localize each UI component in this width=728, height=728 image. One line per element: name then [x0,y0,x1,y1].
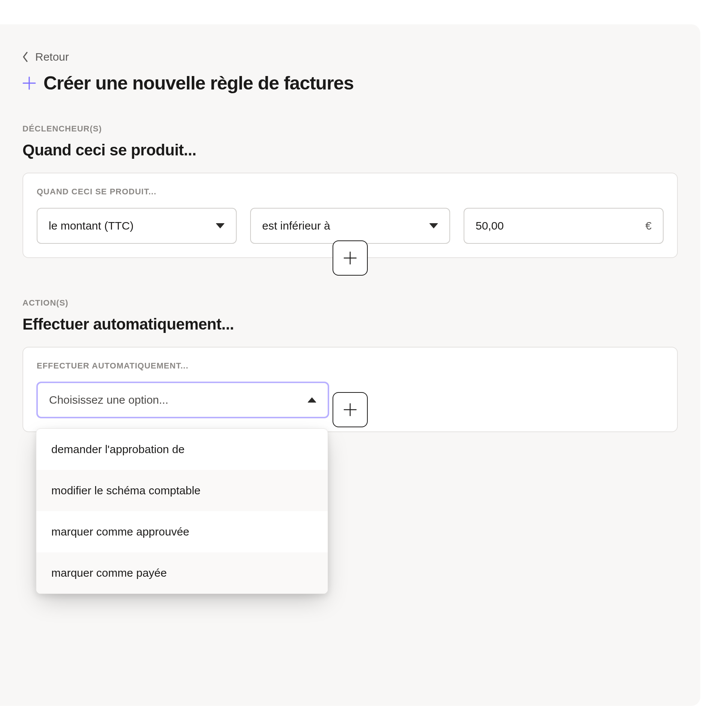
back-link[interactable]: Retour [23,50,69,63]
triggers-card-overline: QUAND CECI SE PRODUIT... [37,187,664,197]
chevron-left-icon [23,52,29,62]
actions-card-overline: EFFECTUER AUTOMATIQUEMENT... [37,361,664,371]
page-title-row: Créer une nouvelle règle de factures [23,72,678,94]
triggers-heading: Quand ceci se produit... [23,141,678,159]
back-label: Retour [35,50,69,63]
trigger-amount-input[interactable]: 50,00 € [463,208,664,244]
action-dropdown: demander l'approbation de modifier le sc… [36,428,328,594]
page-title: Créer une nouvelle règle de factures [43,72,353,94]
currency-suffix: € [645,219,652,232]
action-select-placeholder: Choisissez une option... [49,394,168,406]
caret-down-icon [429,223,438,228]
caret-down-icon [216,223,225,228]
trigger-amount-value: 50,00 [476,219,504,232]
page-panel: Retour Créer une nouvelle règle de factu… [0,24,700,706]
trigger-field-value: le montant (TTC) [49,219,134,232]
trigger-operator-value: est inférieur à [262,219,330,232]
add-trigger-button[interactable] [333,240,368,275]
actions-heading: Effectuer automatiquement... [23,315,678,333]
action-option[interactable]: marquer comme payée [36,552,328,593]
action-option[interactable]: modifier le schéma comptable [36,470,328,511]
trigger-operator-select[interactable]: est inférieur à [250,208,450,244]
action-select[interactable]: Choisissez une option... [37,382,329,418]
add-action-button[interactable] [333,392,368,427]
action-option[interactable]: marquer comme approuvée [36,511,328,552]
action-option[interactable]: demander l'approbation de [36,429,328,470]
trigger-field-select[interactable]: le montant (TTC) [37,208,237,244]
triggers-overline: DÉCLENCHEUR(S) [23,124,678,134]
actions-overline: ACTION(S) [23,298,678,308]
caret-up-icon [307,397,317,402]
plus-icon [23,76,36,90]
